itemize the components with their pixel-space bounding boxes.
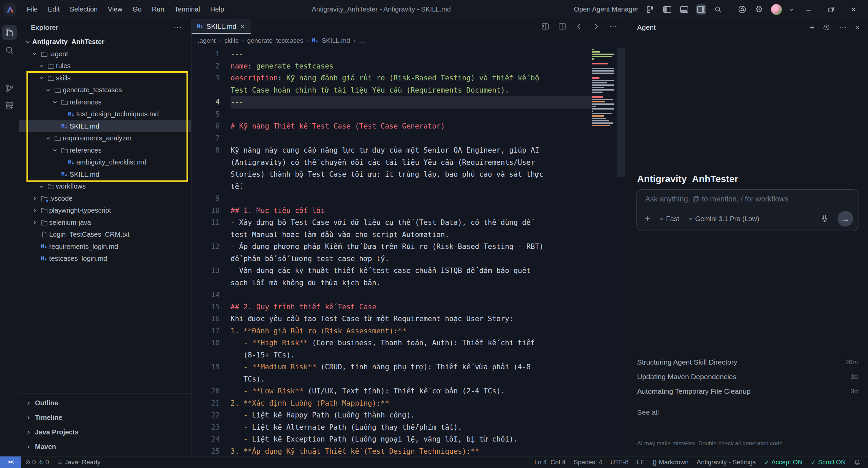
code-line-content[interactable]: ## 2. Quy trình thiết kế Test Case bbox=[231, 301, 592, 313]
menu-terminal[interactable]: Terminal bbox=[169, 3, 205, 15]
agent-manager-grid-icon[interactable] bbox=[645, 4, 655, 15]
navigate-forward-icon[interactable] bbox=[592, 22, 600, 31]
conversation-item[interactable]: Structuring Agent Skill Directory26m bbox=[637, 355, 858, 369]
menu-selection[interactable]: Selection bbox=[65, 3, 103, 15]
indentation-status[interactable]: Spaces: 4 bbox=[570, 456, 607, 468]
problems-status[interactable]: ⊘ 0 ⚠ 0 bbox=[21, 456, 53, 468]
tree-item-workflows[interactable]: workflows bbox=[19, 180, 191, 193]
code-line-content[interactable]: --- bbox=[231, 96, 592, 109]
split-editor-icon[interactable] bbox=[558, 22, 566, 31]
conversation-item[interactable]: Updating Maven Dependencies3d bbox=[637, 369, 858, 384]
eol-status[interactable]: LF bbox=[633, 456, 648, 468]
agent-input[interactable] bbox=[645, 195, 850, 203]
menu-file[interactable]: File bbox=[22, 3, 43, 15]
tree-item-requirements-analyzer[interactable]: requirements_analyzer bbox=[19, 132, 191, 144]
tree-item-references[interactable]: references bbox=[19, 144, 191, 157]
tree-item-skills[interactable]: skills bbox=[19, 72, 191, 84]
chevron-down-icon[interactable] bbox=[37, 63, 46, 69]
account-chevron-down-icon[interactable] bbox=[789, 7, 794, 12]
send-button[interactable]: → bbox=[837, 211, 853, 227]
browser-icon[interactable] bbox=[737, 4, 747, 15]
breadcrumb-item-generate-testcases[interactable]: generate_testcases bbox=[247, 37, 303, 44]
tree-item-agent[interactable]: .agent bbox=[19, 48, 191, 60]
chevron-down-icon[interactable] bbox=[23, 39, 32, 45]
tree-item-test-design-techniques-md[interactable]: M↓test_design_techniques.md bbox=[19, 108, 191, 120]
code-line-content[interactable]: 2. **Xác định Luồng (Path Mapping):** bbox=[231, 397, 592, 410]
explorer-more-actions-icon[interactable]: ⋯ bbox=[174, 23, 182, 32]
notifications-bell-icon[interactable] bbox=[850, 456, 865, 468]
java-status[interactable]: ☕ Java: Ready bbox=[53, 456, 104, 468]
agent-input-box[interactable]: + Fast Gemini 3.1 Pro (Low) → bbox=[636, 189, 859, 231]
remote-indicator[interactable]: >< bbox=[0, 456, 21, 468]
microphone-icon[interactable] bbox=[821, 214, 829, 223]
code-line-content[interactable] bbox=[231, 109, 592, 121]
chevron-down-icon[interactable] bbox=[30, 51, 39, 57]
see-all-link[interactable]: See all bbox=[637, 408, 659, 416]
tree-item-skill-md[interactable]: M↓SKILL.md bbox=[19, 169, 191, 181]
code-line-content[interactable]: 1. **Đánh giá Rủi ro (Risk Assessment):*… bbox=[231, 325, 592, 337]
source-control-icon[interactable] bbox=[2, 81, 17, 96]
code-line-content[interactable] bbox=[231, 193, 592, 205]
settings-status[interactable]: Antigravity - Settings bbox=[693, 456, 760, 468]
section-java-projects[interactable]: Java Projects bbox=[19, 425, 191, 440]
code-line-content[interactable]: name: generate_testcases bbox=[231, 60, 592, 73]
breadcrumb-item-[interactable]: … bbox=[359, 37, 365, 44]
explorer-files-icon[interactable] bbox=[2, 25, 17, 40]
section-timeline[interactable]: Timeline bbox=[19, 410, 191, 425]
settings-gear-icon[interactable]: ⚙ bbox=[754, 4, 764, 15]
code-line-content[interactable]: --- bbox=[231, 48, 592, 60]
chevron-down-icon[interactable] bbox=[51, 147, 59, 153]
menu-go[interactable]: Go bbox=[127, 3, 147, 15]
code-line-content[interactable]: ## 1. Mục tiêu cốt lõi bbox=[231, 205, 592, 217]
code-line-content[interactable]: description: Kỹ năng đánh giá rủi ro (Ri… bbox=[231, 72, 592, 96]
editor-more-actions-icon[interactable]: ⋯ bbox=[609, 22, 617, 31]
code-line-content[interactable]: - **Low Risk** (UI/UX, Text tĩnh): Thiết… bbox=[231, 385, 592, 397]
code-line-content[interactable]: Kỹ năng này cung cấp năng lực tư duy của… bbox=[231, 144, 592, 193]
mode-dropdown[interactable]: Fast bbox=[659, 215, 679, 223]
tree-item-testcases-login-md[interactable]: M↓testcases_login.md bbox=[19, 253, 191, 265]
editor-scrollbar[interactable] bbox=[617, 48, 625, 177]
conversation-history-icon[interactable] bbox=[823, 23, 831, 32]
tab-skill-md[interactable]: M↓ SKILL.md × bbox=[192, 19, 251, 34]
search-icon[interactable] bbox=[713, 4, 723, 15]
model-dropdown[interactable]: Gemini 3.1 Pro (Low) bbox=[688, 215, 759, 223]
code-line-content[interactable]: Khi được yêu cầu tạo Test Case từ một Re… bbox=[231, 313, 592, 325]
section-outline[interactable]: Outline bbox=[19, 396, 191, 410]
tree-item-ambiguity-checklist-md[interactable]: M↓ambiguity_checklist.md bbox=[19, 156, 191, 169]
scroll-toggle-status[interactable]: ✓ Scroll ON bbox=[807, 456, 850, 468]
code-line-content[interactable]: - **Medium Risk** (CRUD, tính năng phụ t… bbox=[231, 361, 592, 385]
code-line-content[interactable]: - Liệt kê Happy Path (Luồng thành công). bbox=[231, 409, 592, 422]
search-sidebar-icon[interactable] bbox=[2, 43, 17, 58]
window-minimize-button[interactable]: – bbox=[801, 3, 816, 16]
accept-toggle-status[interactable]: ✓ Accept ON bbox=[760, 456, 807, 468]
tree-item-references[interactable]: references bbox=[19, 96, 191, 109]
language-mode-status[interactable]: {} Markdown bbox=[648, 456, 692, 468]
chevron-down-icon[interactable] bbox=[37, 183, 46, 190]
tree-item-generate-testcases[interactable]: generate_testcases bbox=[19, 84, 191, 96]
tree-item-requirements-login-md[interactable]: M↓requirements_login.md bbox=[19, 241, 191, 253]
user-avatar[interactable] bbox=[771, 4, 782, 15]
agent-panel-close-icon[interactable]: × bbox=[855, 23, 860, 32]
open-agent-manager-button[interactable]: Open Agent Manager bbox=[574, 5, 638, 13]
extensions-icon[interactable] bbox=[2, 98, 17, 113]
chevron-down-icon[interactable] bbox=[44, 135, 53, 141]
window-close-button[interactable]: × bbox=[846, 3, 861, 16]
toggle-right-panel-icon[interactable] bbox=[696, 4, 706, 15]
code-line-content[interactable]: - Liệt kê Alternate Path (Luồng thay thế… bbox=[231, 422, 592, 434]
attach-plus-icon[interactable]: + bbox=[645, 213, 650, 224]
code-line-content[interactable] bbox=[231, 289, 592, 301]
tree-item-vscode[interactable]: .vscode bbox=[19, 193, 191, 205]
chevron-right-icon[interactable] bbox=[30, 195, 39, 201]
tree-item-playwright-typescript[interactable]: playwright-typescript bbox=[19, 204, 191, 217]
code-line-content[interactable]: 3. **Áp dụng Kỹ thuật Thiết kế (Test Des… bbox=[231, 446, 592, 456]
tree-item-rules[interactable]: rules bbox=[19, 60, 191, 72]
window-restore-button[interactable] bbox=[823, 3, 839, 16]
menu-help[interactable]: Help bbox=[205, 3, 229, 15]
chevron-right-icon[interactable] bbox=[30, 208, 39, 214]
tree-item-login-testcases-crm-txt[interactable]: Login_TestCases_CRM.txt bbox=[19, 229, 191, 241]
section-maven[interactable]: Maven bbox=[19, 440, 191, 454]
menu-run[interactable]: Run bbox=[147, 3, 170, 15]
code-line-content[interactable] bbox=[231, 133, 592, 145]
menu-edit[interactable]: Edit bbox=[43, 3, 64, 15]
chevron-down-icon[interactable] bbox=[37, 75, 46, 81]
